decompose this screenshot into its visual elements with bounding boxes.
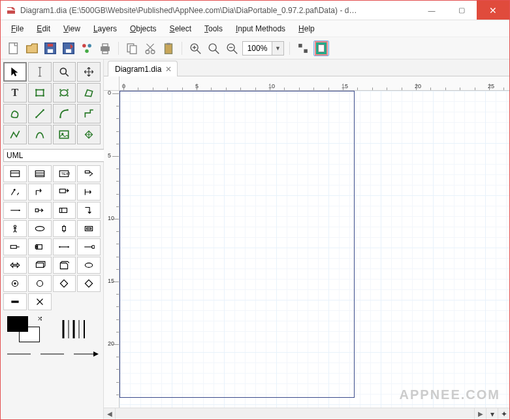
line-dash-style[interactable] <box>37 348 67 360</box>
shape-decision[interactable] <box>53 275 76 292</box>
tool-text[interactable]: T <box>3 83 27 103</box>
maximize-button[interactable]: ▢ <box>447 1 477 20</box>
shape-final-state[interactable] <box>28 275 52 292</box>
copy-button[interactable] <box>124 40 140 56</box>
save-button[interactable] <box>42 40 58 56</box>
export-button[interactable] <box>79 40 95 56</box>
scroll-right-icon[interactable]: ▶ <box>474 408 486 419</box>
tool-magnify[interactable] <box>53 62 76 82</box>
shape-message[interactable] <box>28 202 52 219</box>
line-style-preview[interactable] <box>53 315 97 343</box>
shape-category-combo[interactable]: ▼ <box>3 148 101 163</box>
svg-point-60 <box>59 246 61 248</box>
horizontal-scrollbar[interactable]: ◀ ▶ ▾ ✦ <box>104 408 509 419</box>
svg-rect-10 <box>103 44 108 46</box>
tool-line[interactable] <box>28 104 52 123</box>
close-button[interactable]: ✕ <box>477 1 509 20</box>
nav-corner-icon[interactable]: ✦ <box>498 408 509 419</box>
ruler-top[interactable]: 0510152025 <box>120 76 509 91</box>
shape-note[interactable]: TEXT <box>53 165 76 182</box>
shape-signal[interactable] <box>3 257 27 274</box>
shape-bar[interactable] <box>3 293 27 310</box>
menu-layers[interactable]: Layers <box>88 23 122 35</box>
shape-class[interactable] <box>3 165 27 182</box>
shape-initial-state[interactable] <box>3 275 27 292</box>
menu-file[interactable]: File <box>6 23 29 35</box>
canvas-container: 0510152025 05101520 APPNEE.COM ◀ ▶ ▾ ✦ <box>104 76 509 419</box>
new-button[interactable] <box>6 40 22 56</box>
tool-image[interactable] <box>53 125 76 144</box>
shape-realization[interactable] <box>28 184 52 201</box>
svg-rect-9 <box>101 46 110 51</box>
menu-input-methods[interactable]: Input Methods <box>231 23 291 35</box>
menu-objects[interactable]: Objects <box>125 23 162 35</box>
arrow-end-style[interactable] <box>70 348 101 360</box>
shape-component-1[interactable] <box>53 202 76 219</box>
tool-scroll[interactable] <box>77 62 101 82</box>
menu-tools[interactable]: Tools <box>199 23 228 35</box>
shape-interface[interactable] <box>77 238 101 255</box>
tool-text-cursor[interactable] <box>28 62 52 82</box>
separator <box>118 42 119 55</box>
tool-outline[interactable] <box>77 125 101 144</box>
paste-button[interactable] <box>161 40 176 56</box>
shape-component-2[interactable] <box>28 238 52 255</box>
swap-colors-icon[interactable]: ⤭ <box>37 315 42 322</box>
tool-box[interactable] <box>28 83 52 103</box>
cut-button[interactable] <box>142 40 158 56</box>
menu-select[interactable]: Select <box>165 23 197 35</box>
shape-state[interactable] <box>77 257 101 274</box>
menu-view[interactable]: View <box>58 23 86 35</box>
tool-bezier[interactable] <box>28 125 52 144</box>
zoom-in-button[interactable] <box>187 40 203 56</box>
zoom-fit-button[interactable] <box>206 40 221 56</box>
print-button[interactable] <box>97 40 113 56</box>
shape-port[interactable] <box>3 238 27 255</box>
nav-down-icon[interactable]: ▾ <box>486 408 498 419</box>
shape-connector[interactable] <box>53 238 76 255</box>
shape-merge[interactable] <box>77 275 101 292</box>
tool-ellipse[interactable] <box>53 83 76 103</box>
shape-navigable[interactable] <box>77 184 101 201</box>
snap-object-button[interactable] <box>313 40 329 56</box>
shape-usecase[interactable] <box>28 220 52 237</box>
shape-class-template[interactable] <box>28 165 52 182</box>
tool-arc[interactable] <box>53 104 76 123</box>
snap-grid-button[interactable] <box>295 40 311 56</box>
tool-pointer[interactable] <box>3 62 27 82</box>
shape-aggregation[interactable] <box>77 202 101 219</box>
shape-actor[interactable] <box>3 220 27 237</box>
shape-node[interactable] <box>28 257 52 274</box>
menu-help[interactable]: Help <box>293 23 320 35</box>
tool-polygon[interactable] <box>77 83 101 103</box>
shape-category-input[interactable] <box>3 149 108 162</box>
shape-generalization[interactable] <box>3 184 27 201</box>
shape-package[interactable] <box>53 257 76 274</box>
tool-beziergon[interactable] <box>3 104 27 123</box>
arrow-start-style[interactable] <box>3 348 34 360</box>
shape-link[interactable] <box>3 202 27 219</box>
canvas[interactable]: APPNEE.COM <box>120 91 509 408</box>
open-button[interactable] <box>24 40 40 56</box>
zoom-out-button[interactable] <box>224 40 240 56</box>
tab-close-icon[interactable]: ✕ <box>165 65 172 74</box>
shape-fork[interactable] <box>28 293 52 310</box>
menu-edit[interactable]: Edit <box>31 23 56 35</box>
zoom-dropdown-icon[interactable]: ▼ <box>272 42 283 55</box>
tab-diagram1[interactable]: Diagram1.dia ✕ <box>108 61 178 76</box>
minimize-button[interactable]: — <box>417 1 447 20</box>
svg-rect-13 <box>130 45 136 53</box>
fg-bg-swatch[interactable]: ⤭ <box>7 316 40 342</box>
save-as-button[interactable] <box>61 40 76 56</box>
shape-dependency[interactable] <box>77 165 101 182</box>
ruler-left[interactable]: 05101520 <box>104 91 120 408</box>
scroll-left-icon[interactable]: ◀ <box>104 408 116 419</box>
shape-object[interactable] <box>77 220 101 237</box>
shape-association[interactable] <box>53 184 76 201</box>
tool-zigzag[interactable] <box>77 104 101 123</box>
scroll-track[interactable] <box>116 408 474 419</box>
zoom-input[interactable] <box>243 44 272 53</box>
zoom-combo[interactable]: ▼ <box>242 41 284 56</box>
shape-lifeline[interactable] <box>53 220 76 237</box>
tool-polyline[interactable] <box>3 125 27 144</box>
